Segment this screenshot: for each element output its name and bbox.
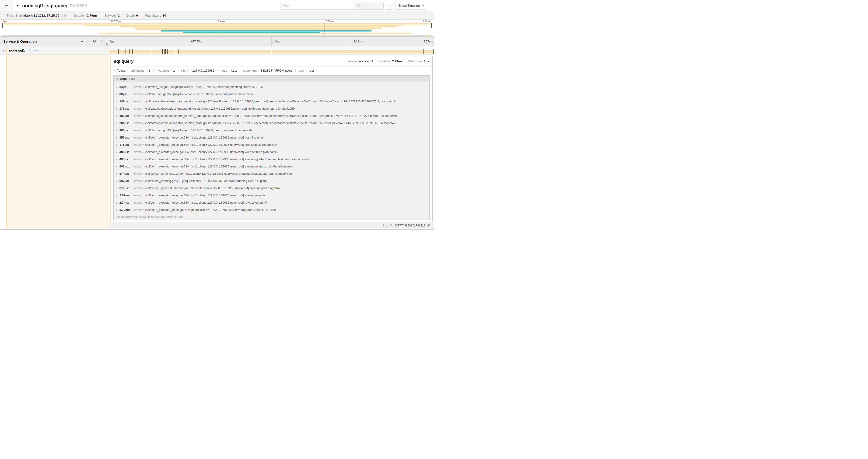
trace-meta-label: Services [104, 14, 117, 17]
log-row[interactable]: ›476μs:event=‹sql/conn_executor_exec.go:… [114, 141, 429, 148]
log-timestamp: 366μs: [120, 129, 132, 132]
chevron-right-icon[interactable]: › [116, 92, 117, 96]
log-row[interactable]: ›597μs:event=‹sql/distsql_running.go:498… [114, 177, 429, 185]
gridline [217, 23, 217, 35]
log-marker [433, 49, 434, 54]
gridline [190, 37, 190, 46]
minimap-scrubber-left[interactable] [2, 23, 3, 28]
tag-item[interactable]: client=127.0.0.1:59936 [178, 69, 217, 72]
chevron-right-icon[interactable]: › [116, 165, 117, 168]
trace-meta-label: Trace Start [6, 14, 22, 17]
equals-sign: = [142, 85, 144, 89]
minimap-span [120, 26, 397, 27]
equals-sign: = [306, 69, 308, 72]
chevron-right-icon[interactable]: › [116, 107, 117, 110]
collapse-one-icon[interactable] [80, 40, 84, 43]
trace-meta-value-fraction: .326 [61, 14, 67, 17]
chevron-down-icon[interactable]: ∨ [116, 77, 118, 81]
log-field-key: event [133, 208, 141, 211]
span-detail-title: sql query [114, 59, 133, 64]
span-id-value: 4877749850101760812 [395, 224, 425, 227]
expand-one-icon[interactable] [87, 40, 90, 43]
find-input[interactable] [280, 2, 354, 9]
link-icon [427, 224, 430, 227]
tags-row[interactable]: › Tags: _unfinished=1_verbose=1client=12… [111, 66, 432, 74]
log-row[interactable]: ›459μs:event=‹sql/conn_executor_exec.go:… [114, 134, 429, 141]
log-timestamp: 502μs: [120, 165, 132, 168]
chevron-right-icon[interactable]: › [116, 172, 117, 176]
view-selector-button[interactable]: Trace Timeline [396, 2, 427, 9]
detail-meta-item: Service:node sql1 [346, 60, 373, 63]
next-result-button[interactable] [369, 2, 375, 9]
log-row[interactable]: ›366μs:event=‹sql/plan_opt.go:358 [nsql1… [114, 127, 429, 134]
log-field-key: event [133, 186, 141, 190]
chevron-right-icon[interactable]: › [116, 136, 117, 139]
log-row[interactable]: ›574μs:event=‹sql/distsql_running.go:142… [114, 170, 429, 177]
trace-title-chevron-down-icon[interactable] [16, 4, 20, 7]
tick-label: 697.75μs [191, 40, 203, 43]
tag-value: 127.0.0.1:59936 [192, 69, 214, 72]
log-row[interactable]: ›486μs:event=‹sql/conn_executor_exec.go:… [114, 148, 429, 156]
chevron-right-icon[interactable]: › [116, 150, 117, 154]
chevron-right-icon[interactable]: › [116, 121, 117, 125]
focus-match-button[interactable] [355, 2, 362, 9]
minimap-canvas[interactable] [2, 23, 432, 35]
minimap-scrubber-right[interactable] [431, 23, 432, 28]
log-row[interactable]: ›2.7ms:event=‹sql/conn_executor_exec.go:… [114, 199, 429, 206]
chevron-right-icon[interactable]: › [116, 157, 117, 161]
span-row-timeline-cell[interactable] [109, 46, 434, 54]
tag-item[interactable]: user=root [296, 69, 317, 72]
collapse-all-icon[interactable] [93, 40, 96, 43]
chevron-right-icon[interactable]: › [116, 201, 117, 204]
log-field-value: ‹sql/catalog/lease/descriptor_version_st… [145, 100, 396, 103]
tag-item[interactable]: node=sql1 [217, 69, 240, 72]
log-row[interactable]: ›80μs:event=‹sql/plan_opt.go:358 [nsql1,… [114, 91, 429, 98]
span-collapse-chevron-down-icon[interactable] [2, 49, 5, 52]
keyboard-shortcuts-button[interactable]: ⌘ [386, 2, 394, 9]
log-row[interactable]: ›201μs:event=‹sql/catalog/lease/descript… [114, 120, 429, 127]
log-row[interactable]: ›495μs:event=‹sql/conn_executor_exec.go:… [114, 156, 429, 163]
chevron-right-icon[interactable]: › [116, 85, 117, 89]
log-row[interactable]: ›34μs:event=‹sql/exec_util.go:2297 [nsql… [114, 83, 429, 91]
log-row[interactable]: ›678μs:event=‹sql/distsql_physical_plann… [114, 185, 429, 192]
tag-item[interactable]: _verbose=1 [154, 69, 178, 72]
deep-link-button[interactable] [427, 224, 430, 227]
tag-key: user [299, 69, 305, 72]
log-field-value: ‹sql/exec_util.go:2297 [nsql1,client=127… [145, 85, 265, 89]
logs-title: Logs [120, 77, 127, 80]
log-field-value: ‹sql/conn_executor_exec.go:684 [nsql1,cl… [145, 143, 277, 146]
span-row[interactable]: node sql1 sql query [0, 46, 434, 55]
chevron-right-icon[interactable]: › [116, 100, 117, 103]
chevron-right-icon[interactable]: › [116, 194, 117, 197]
log-timestamp: 2.7ms: [120, 201, 132, 204]
log-row[interactable]: ›142μs:event=‹sql/catalog/lease/descript… [114, 98, 429, 105]
log-row[interactable]: ›176μs:event=‹sql/catalog/descs/descript… [114, 105, 429, 112]
logs-header[interactable]: ∨ Logs (18) [114, 75, 429, 82]
log-field-key: event [133, 85, 141, 89]
tag-key: statement [243, 69, 256, 72]
log-row[interactable]: ›502μs:event=‹sql/conn_executor_exec.go:… [114, 163, 429, 170]
clear-search-button[interactable] [375, 2, 382, 9]
chevron-right-icon[interactable]: › [116, 129, 117, 132]
log-field-key: event [133, 172, 141, 175]
log-row[interactable]: ›2.79ms:event=‹sql/conn_executor_exec.go… [114, 206, 429, 214]
equals-sign: = [142, 201, 144, 204]
chevron-right-icon[interactable]: › [116, 186, 117, 190]
chevron-right-icon[interactable]: › [116, 114, 117, 118]
trace-meta-item: Total Spans10 [142, 14, 169, 17]
chevron-right-icon[interactable]: › [116, 208, 117, 212]
log-row[interactable]: ›2.69ms:event=‹sql/conn_executor_exec.go… [114, 192, 429, 199]
log-row[interactable]: ›189μs:event=‹sql/catalog/lease/descript… [114, 112, 429, 120]
column-resizer-handle[interactable] [106, 43, 108, 45]
chevron-right-icon[interactable]: › [116, 143, 117, 147]
tag-item[interactable]: _unfinished=1 [126, 69, 153, 72]
chevron-right-icon[interactable]: › [116, 179, 117, 183]
equals-sign: = [142, 136, 144, 139]
detail-right-area: sql query Service:node sql1Duration:2.79… [109, 55, 434, 229]
prev-result-button[interactable] [362, 2, 369, 9]
back-button[interactable] [0, 0, 13, 11]
tag-value: root [309, 69, 314, 72]
tag-item[interactable]: statement=SELECT * FROM users [240, 69, 296, 72]
expand-all-icon[interactable] [99, 40, 103, 43]
chevron-right-icon[interactable]: › [114, 69, 115, 72]
